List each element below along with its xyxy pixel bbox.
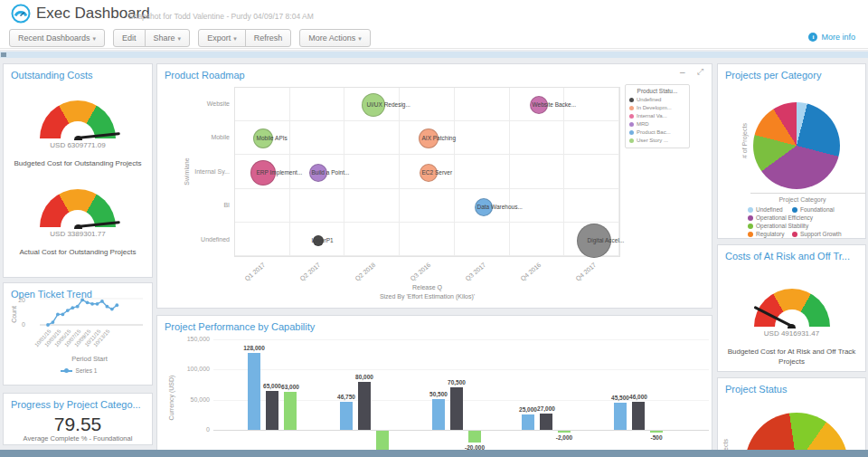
grid-cell — [400, 189, 455, 223]
bar-blue[interactable] — [614, 403, 627, 430]
roadmap-legend: Product Statu... UndefinedIn Developm...… — [625, 84, 690, 148]
gauge-label: Actual Cost for Outstanding Projects — [11, 248, 146, 258]
bar-dark[interactable] — [358, 382, 371, 430]
more-info-label: More info — [821, 33, 855, 42]
bar-value-label: 46,000 — [618, 394, 658, 400]
panel-project-performance: Project Performance by Capability Curren… — [156, 315, 712, 456]
bar-value-label: 27,000 — [526, 405, 566, 412]
recent-dashboards-button[interactable]: Recent Dashboards▾ — [9, 29, 105, 47]
bar-green[interactable] — [284, 392, 297, 430]
panel-title: Costs of At Risk and Off Tr... — [725, 251, 850, 262]
y-tick: 0 — [170, 426, 210, 433]
bubble-label: Digital Accel... — [588, 237, 625, 243]
row-label: BI — [159, 202, 230, 208]
legend-item[interactable]: Undefined — [629, 96, 685, 104]
gauge-hub — [74, 224, 82, 229]
minimize-icon[interactable]: – — [680, 67, 685, 77]
row-label: Website — [159, 100, 230, 107]
y-tick-0: 0 — [13, 321, 25, 328]
expand-icon[interactable]: ⤢ — [697, 67, 703, 77]
x-axis-label: Project Category — [745, 196, 860, 203]
app-header: Exec Dashboard Snapshot for Todd Valenti… — [0, 0, 868, 25]
filter-toggle-icon[interactable] — [1, 52, 6, 57]
legend-title: Product Statu... — [629, 88, 685, 94]
panel-title: Projects per Category — [725, 70, 821, 81]
bar-green[interactable] — [558, 431, 571, 433]
gauge-value: USD 6309771.09 — [50, 141, 105, 149]
gauge-arc — [40, 189, 116, 227]
grid-cell — [344, 121, 400, 155]
legend-item[interactable]: Operational Efficiency — [748, 214, 813, 221]
legend-dot — [629, 130, 634, 135]
bubble-label: AIX Patching — [422, 135, 457, 141]
legend-item[interactable]: Operational Stability — [748, 223, 808, 229]
bar-green[interactable] — [468, 431, 481, 443]
bar-blue[interactable] — [340, 402, 353, 430]
bar-value-label: -500 — [637, 434, 676, 441]
toolbar-button-groups: Recent Dashboards▾EditShare▾Export▾Refre… — [9, 29, 371, 47]
legend-item[interactable]: Regulatory — [748, 231, 784, 237]
legend-label: Series 1 — [76, 367, 98, 374]
grid-cell — [290, 88, 345, 121]
bar-green[interactable] — [650, 431, 663, 433]
legend[interactable]: Series 1 — [4, 367, 153, 374]
grid-cell — [510, 121, 565, 155]
legend-item[interactable]: MRD — [629, 120, 685, 129]
legend-item[interactable]: Product Bac... — [629, 129, 685, 137]
gauge-arc — [754, 289, 830, 327]
more-info-button[interactable]: i More info — [808, 33, 855, 42]
toolbar-group: Recent Dashboards▾ — [9, 29, 105, 47]
bar-dark[interactable] — [540, 414, 552, 430]
panel-product-roadmap: Product Roadmap – ⤢ Swimlane WebsiteMobi… — [156, 63, 712, 309]
more-actions-button[interactable]: More Actions▾ — [299, 29, 371, 47]
bar-dark[interactable] — [266, 391, 278, 430]
refresh-button[interactable]: Refresh — [245, 29, 292, 47]
legend-item[interactable]: In Developm... — [629, 104, 685, 112]
bubble-chart-plot[interactable]: UI/UX Redesig...Website Backe...Mobile A… — [234, 87, 620, 257]
gauge-hub — [788, 324, 796, 328]
gauge-value: USD 4916931.47 — [764, 329, 819, 338]
bubble-label: Data Warehous... — [477, 204, 523, 210]
legend-item[interactable]: Internal Va... — [629, 112, 685, 120]
series-marker — [61, 370, 72, 372]
bar-dark[interactable] — [632, 402, 645, 430]
y-tick: 50,000 — [170, 396, 210, 403]
bar-dark[interactable] — [450, 387, 463, 430]
bubble-label: Mobile APIs — [257, 135, 288, 141]
panel-costs-at-risk: Costs of At Risk and Off Tr... USD 49169… — [717, 244, 866, 372]
filter-strip[interactable] — [0, 52, 868, 58]
baseline — [213, 430, 709, 431]
info-icon: i — [808, 33, 817, 42]
grid-cell — [564, 189, 619, 223]
legend-item[interactable]: Foundational — [792, 206, 835, 213]
legend-item[interactable]: User Story ... — [629, 137, 685, 145]
share-button[interactable]: Share▾ — [145, 29, 191, 47]
bar-blue[interactable] — [248, 353, 260, 430]
toolbar-group: EditShare▾ — [113, 29, 190, 47]
legend-item[interactable]: Support Growth — [792, 231, 842, 237]
grid-cell — [290, 121, 345, 155]
page-subtitle: Snapshot for Todd Valentine - Purdy 04/0… — [128, 12, 314, 21]
grid-cell — [564, 121, 619, 155]
grid-cell — [455, 223, 510, 256]
panel-title: Progress by Project Catego... — [11, 399, 141, 410]
bubble-label: EC2 Server — [422, 169, 453, 176]
edit-button[interactable]: Edit — [113, 29, 146, 47]
bar-blue[interactable] — [432, 399, 445, 430]
grid-cell — [510, 223, 565, 256]
grid-cell — [235, 223, 290, 256]
legend-dot — [629, 106, 634, 110]
bar-value-label: 63,000 — [270, 384, 310, 390]
gauge-logo-icon — [11, 4, 31, 24]
panel-open-ticket-trend: Open Ticket Trend Count 20 0 10/01/1510/… — [3, 282, 153, 386]
export-button[interactable]: Export▾ — [198, 29, 246, 47]
gauge-at-risk: USD 4916931.47Budgeted Cost for At Risk … — [718, 289, 865, 367]
axis-line — [750, 193, 865, 194]
pie-chart[interactable] — [753, 102, 840, 189]
grid-cell — [455, 121, 510, 155]
panel-projects-per-category: Projects per Category # of Projects Proj… — [717, 63, 866, 239]
bar-blue[interactable] — [522, 414, 534, 430]
grid-cell — [510, 155, 565, 188]
legend-dot — [629, 114, 634, 119]
legend-item[interactable]: Undefined — [748, 206, 783, 213]
